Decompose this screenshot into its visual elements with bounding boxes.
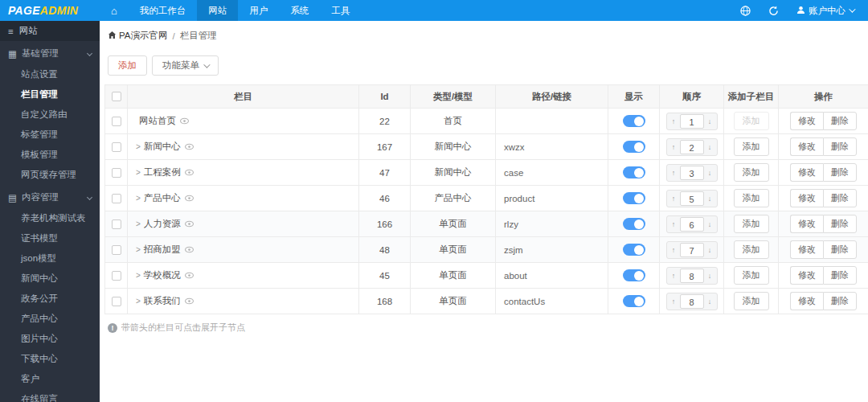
sidebar-item[interactable]: 客户 xyxy=(0,369,100,389)
sidebar-item[interactable]: 自定义路由 xyxy=(0,105,100,125)
order-input[interactable]: 1 xyxy=(680,114,704,129)
edit-button[interactable]: 修改 xyxy=(790,137,823,156)
row-checkbox[interactable] xyxy=(112,168,121,178)
column-name-cell[interactable]: >工程案例 xyxy=(128,160,359,186)
add-child-button[interactable]: 添加 xyxy=(734,215,769,233)
delete-button[interactable]: 删除 xyxy=(823,292,857,310)
sidebar-item[interactable]: 政务公开 xyxy=(0,289,100,309)
order-input[interactable]: 8 xyxy=(680,294,704,309)
visibility-toggle[interactable] xyxy=(623,218,645,230)
arrow-up-icon[interactable]: ↑ xyxy=(668,297,680,306)
refresh-icon[interactable] xyxy=(768,6,779,16)
select-all-checkbox[interactable] xyxy=(112,92,121,101)
row-checkbox[interactable] xyxy=(112,271,121,281)
nav-item[interactable]: 网站 xyxy=(197,0,238,21)
row-checkbox[interactable] xyxy=(112,297,121,306)
edit-button[interactable]: 修改 xyxy=(790,163,823,182)
arrow-down-icon[interactable]: ↓ xyxy=(704,117,716,125)
sidebar-item[interactable]: 证书模型 xyxy=(0,228,100,248)
delete-button[interactable]: 删除 xyxy=(823,266,857,285)
arrow-down-icon[interactable]: ↓ xyxy=(704,246,716,254)
sidebar-item[interactable]: json模型 xyxy=(0,248,100,269)
visibility-toggle[interactable] xyxy=(623,141,645,153)
arrow-up-icon[interactable]: ↑ xyxy=(668,143,680,151)
column-name-cell[interactable]: >招商加盟 xyxy=(128,237,359,263)
delete-button[interactable]: 删除 xyxy=(823,240,857,259)
sidebar-item[interactable]: 在线留言 xyxy=(0,389,100,402)
arrow-down-icon[interactable]: ↓ xyxy=(704,220,716,228)
row-checkbox[interactable] xyxy=(112,219,121,229)
nav-item[interactable]: 工具 xyxy=(320,0,361,21)
arrow-down-icon[interactable]: ↓ xyxy=(704,143,716,151)
column-name-cell[interactable]: >人力资源 xyxy=(128,211,359,237)
sidebar-title[interactable]: ≡ 网站 xyxy=(0,21,100,41)
sidebar-item[interactable]: 图片中心 xyxy=(0,329,100,349)
delete-button[interactable]: 删除 xyxy=(823,137,857,156)
edit-button[interactable]: 修改 xyxy=(790,292,823,310)
add-child-button[interactable]: 添加 xyxy=(734,266,769,285)
sidebar-item[interactable]: 养老机构测试表 xyxy=(0,208,100,228)
sidebar-item[interactable]: 新闻中心 xyxy=(0,269,100,289)
add-child-button[interactable]: 添加 xyxy=(734,292,769,310)
arrow-down-icon[interactable]: ↓ xyxy=(704,169,716,177)
add-child-button[interactable]: 添加 xyxy=(734,137,769,156)
visibility-toggle[interactable] xyxy=(623,115,645,127)
delete-button[interactable]: 删除 xyxy=(823,163,857,182)
edit-button[interactable]: 修改 xyxy=(790,215,823,233)
function-menu-button[interactable]: 功能菜单 xyxy=(152,55,219,76)
delete-button[interactable]: 删除 xyxy=(823,189,857,207)
arrow-up-icon[interactable]: ↑ xyxy=(668,272,680,280)
column-name-cell[interactable]: 网站首页 xyxy=(128,109,359,134)
arrow-up-icon[interactable]: ↑ xyxy=(668,195,680,203)
edit-button[interactable]: 修改 xyxy=(790,189,823,207)
arrow-up-icon[interactable]: ↑ xyxy=(668,169,680,177)
nav-item[interactable]: 用户 xyxy=(238,0,279,21)
sidebar-group-header[interactable]: ▦基础管理 xyxy=(0,41,100,64)
row-checkbox[interactable] xyxy=(112,117,121,126)
row-checkbox[interactable] xyxy=(112,142,121,152)
sidebar-item[interactable]: 站点设置 xyxy=(0,64,100,84)
edit-button[interactable]: 修改 xyxy=(790,240,823,259)
add-child-button[interactable]: 添加 xyxy=(734,112,769,130)
delete-button[interactable]: 删除 xyxy=(823,112,857,130)
sidebar-item[interactable]: 产品中心 xyxy=(0,309,100,329)
visibility-toggle[interactable] xyxy=(623,166,645,178)
add-child-button[interactable]: 添加 xyxy=(734,240,769,259)
visibility-toggle[interactable] xyxy=(623,244,645,256)
order-input[interactable]: 2 xyxy=(680,140,704,154)
row-checkbox[interactable] xyxy=(112,245,121,255)
sidebar-group-header[interactable]: ▤内容管理 xyxy=(0,185,100,208)
column-name-cell[interactable]: >联系我们 xyxy=(128,289,359,314)
sidebar-item[interactable]: 标签管理 xyxy=(0,125,100,145)
visibility-toggle[interactable] xyxy=(623,295,645,307)
visibility-toggle[interactable] xyxy=(623,192,645,204)
sidebar-item[interactable]: 栏目管理 xyxy=(0,84,100,105)
sidebar-item[interactable]: 下载中心 xyxy=(0,349,100,369)
arrow-down-icon[interactable]: ↓ xyxy=(704,195,716,203)
account-menu[interactable]: 账户中心 xyxy=(796,5,854,17)
delete-button[interactable]: 删除 xyxy=(823,215,857,233)
arrow-up-icon[interactable]: ↑ xyxy=(668,220,680,228)
edit-button[interactable]: 修改 xyxy=(790,266,823,285)
edit-button[interactable]: 修改 xyxy=(790,112,823,130)
order-input[interactable]: 7 xyxy=(680,243,704,257)
visibility-toggle[interactable] xyxy=(623,269,645,281)
arrow-up-icon[interactable]: ↑ xyxy=(668,117,680,125)
add-button[interactable]: 添加 xyxy=(108,55,147,76)
sidebar-item[interactable]: 模板管理 xyxy=(0,145,100,165)
nav-item[interactable]: 我的工作台 xyxy=(129,0,198,21)
column-name-cell[interactable]: >新闻中心 xyxy=(128,134,359,160)
order-input[interactable]: 6 xyxy=(680,217,704,232)
breadcrumb-site[interactable]: PA演示官网 xyxy=(119,30,168,42)
sidebar-item[interactable]: 网页缓存管理 xyxy=(0,165,100,185)
column-name-cell[interactable]: >学校概况 xyxy=(128,263,359,289)
add-child-button[interactable]: 添加 xyxy=(734,163,769,182)
arrow-down-icon[interactable]: ↓ xyxy=(704,272,716,280)
order-input[interactable]: 8 xyxy=(680,269,704,283)
column-name-cell[interactable]: >产品中心 xyxy=(128,186,359,211)
add-child-button[interactable]: 添加 xyxy=(734,189,769,207)
nav-item-home[interactable]: ⌂ xyxy=(100,0,129,21)
row-checkbox[interactable] xyxy=(112,194,121,203)
order-input[interactable]: 3 xyxy=(680,166,704,180)
order-input[interactable]: 5 xyxy=(680,191,704,206)
